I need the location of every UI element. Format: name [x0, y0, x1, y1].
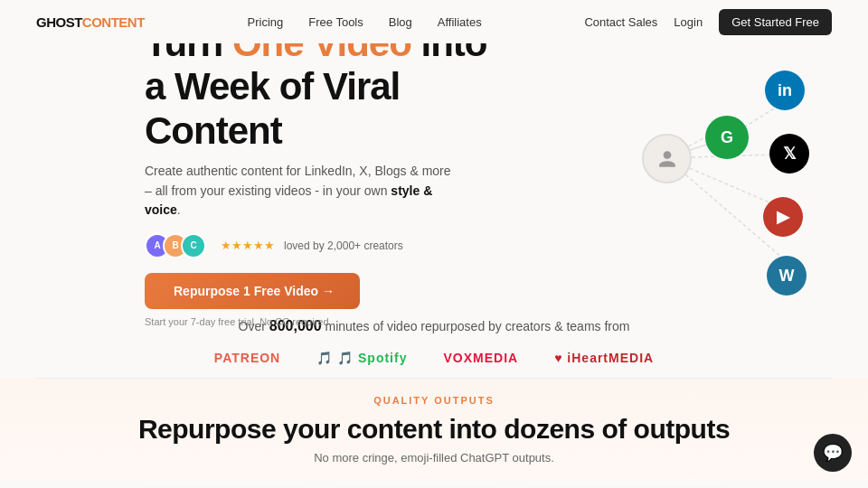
nav-right: Contact Sales Login Get Started Free — [584, 9, 832, 35]
star-rating: ★★★★★ — [221, 239, 275, 252]
x-twitter-icon: 𝕏 — [769, 134, 809, 174]
logo[interactable]: GHOSTCONTENT — [36, 14, 145, 30]
nav-pricing[interactable]: Pricing — [248, 15, 284, 29]
get-started-button[interactable]: Get Started Free — [719, 9, 832, 35]
login-link[interactable]: Login — [674, 15, 703, 29]
youtube-icon: ▶ — [763, 197, 803, 237]
output-cards-row: 📄 A simple rule i teach my clients abo..… — [0, 479, 868, 488]
chat-icon: 💬 — [823, 443, 843, 463]
navbar: GHOSTCONTENT Pricing Free Tools Blog Aff… — [0, 0, 868, 43]
nav-blog[interactable]: Blog — [389, 15, 412, 29]
nav-links: Pricing Free Tools Blog Affiliates — [248, 14, 482, 30]
patreon-logo: PATREON — [214, 351, 280, 365]
hero-text-block: Turn One Video intoa Week of ViralConten… — [145, 22, 486, 327]
linkedin-icon: in — [765, 70, 805, 110]
chat-support-button[interactable]: 💬 — [814, 434, 852, 472]
voxmedia-logo: VOXMEDIA — [443, 351, 518, 365]
social-proof: A B C ★★★★★ loved by 2,000+ creators — [145, 233, 486, 258]
user-avatar-icon — [642, 134, 692, 183]
spotify-logo: 🎵 Spotify — [316, 351, 407, 365]
iheartmedia-logo: ♥ iHeartMEDIA — [554, 351, 654, 365]
hero-description: Create authentic content for LinkedIn, X… — [145, 162, 452, 221]
hero-graphic: G in 𝕏 ▶ W — [570, 52, 841, 296]
contact-sales-link[interactable]: Contact Sales — [584, 15, 657, 29]
quality-section: QUALITY OUTPUTS Repurpose your content i… — [0, 379, 868, 479]
nav-free-tools[interactable]: Free Tools — [308, 15, 363, 29]
wordpress-icon: W — [767, 256, 807, 296]
quality-title: Repurpose your content into dozens of ou… — [36, 413, 832, 446]
avatar: C — [181, 233, 206, 258]
brand-logos: PATREON 🎵 Spotify VOXMEDIA ♥ iHeartMEDIA — [0, 342, 868, 378]
loved-by-text: loved by 2,000+ creators — [284, 239, 403, 252]
free-trial-note: Start your 7-day free trial. No CC requi… — [145, 316, 486, 327]
logo-ghost: GHOST — [36, 14, 82, 30]
hero-section: Turn One Video intoa Week of ViralConten… — [0, 43, 868, 305]
grammarly-icon: G — [705, 116, 749, 159]
repurpose-cta-button[interactable]: Repurpose 1 Free Video → — [145, 273, 360, 309]
logo-content: CONTENT — [82, 14, 145, 30]
avatar-group: A B C — [145, 233, 199, 258]
quality-subtitle: No more cringe, emoji-filled ChatGPT out… — [36, 451, 832, 465]
nav-affiliates[interactable]: Affiliates — [438, 15, 482, 29]
quality-label: QUALITY OUTPUTS — [36, 395, 832, 406]
